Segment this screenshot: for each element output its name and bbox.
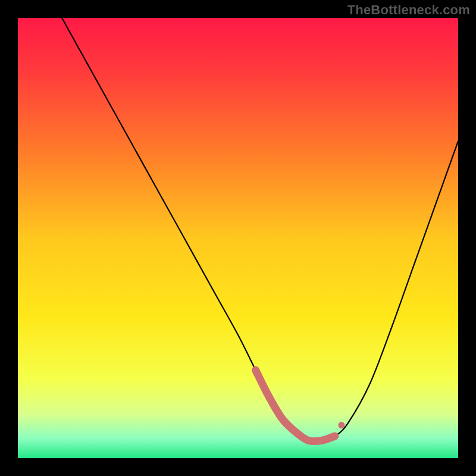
chart-plot-area xyxy=(18,18,458,458)
chart-frame: TheBottleneck.com xyxy=(0,0,476,476)
source-credit: TheBottleneck.com xyxy=(347,2,470,18)
chart-svg xyxy=(18,18,458,458)
optimal-range-end-dot xyxy=(338,422,345,428)
gradient-background xyxy=(18,18,458,458)
